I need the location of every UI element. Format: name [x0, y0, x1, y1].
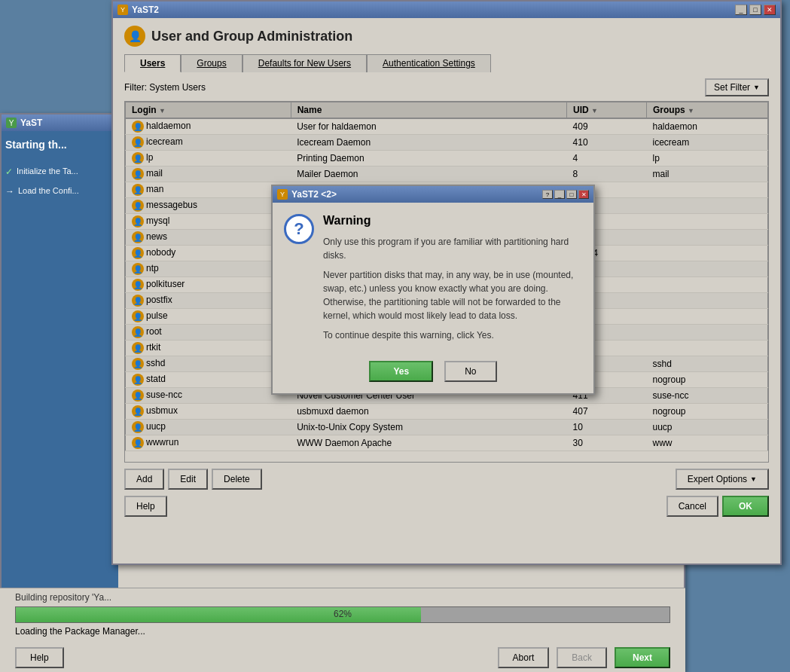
cell-login: 👤haldaemon — [126, 118, 291, 135]
cell-groups — [646, 325, 767, 341]
warning-window-title: YaST2 <2> — [291, 189, 542, 200]
bg-progress-text: 62% — [16, 609, 670, 619]
user-icon: 👤 — [132, 310, 144, 322]
cell-login: 👤news — [126, 230, 291, 246]
cell-name: usbmuxd daemon — [291, 404, 566, 420]
cell-groups: uucp — [646, 420, 767, 435]
user-icon: 👤 — [132, 342, 144, 354]
warning-minimize-btn[interactable]: _ — [554, 190, 565, 199]
sidebar-item-2: → Load the Confi... — [5, 186, 114, 197]
add-button[interactable]: Add — [124, 469, 164, 490]
cell-uid: 30 — [567, 435, 647, 451]
bg-help-button[interactable]: Help — [15, 647, 64, 668]
tab-auth[interactable]: Authentication Settings — [367, 54, 491, 72]
user-icon: 👤 — [132, 279, 144, 291]
set-filter-button[interactable]: Set Filter ▼ — [705, 78, 769, 96]
cell-login: 👤ntp — [126, 261, 291, 277]
cell-uid: 409 — [567, 118, 647, 135]
warning-help-btn[interactable]: ? — [542, 190, 553, 199]
cell-name: WWW Daemon Apache — [291, 435, 566, 451]
user-icon: 👤 — [132, 184, 144, 196]
user-icon: 👤 — [132, 231, 144, 243]
table-row[interactable]: 👤lpPrinting Daemon4lp — [126, 151, 768, 166]
cell-login: 👤nobody — [126, 246, 291, 261]
tab-users[interactable]: Users — [124, 54, 181, 72]
cell-login: 👤lp — [126, 151, 291, 166]
user-icon: 👤 — [132, 152, 144, 164]
cell-login: 👤rtkit — [126, 341, 291, 356]
cell-login: 👤usbmux — [126, 404, 291, 420]
cell-groups: sshd — [646, 356, 767, 372]
col-uid-sort-icon: ▼ — [591, 107, 598, 115]
user-icon: 👤 — [132, 136, 144, 148]
ok-button[interactable]: OK — [722, 496, 769, 517]
user-icon: 👤 — [132, 263, 144, 275]
cell-login: 👤polkituser — [126, 277, 291, 293]
table-row[interactable]: 👤icecreamIcecream Daemon410icecream — [126, 135, 768, 151]
page-icon: 👤 — [124, 26, 145, 47]
tab-groups[interactable]: Groups — [181, 54, 242, 72]
filter-bar: Filter: System Users Set Filter ▼ — [124, 78, 769, 96]
cell-login: 👤wwwrun — [126, 435, 291, 451]
cell-login: 👤mysql — [126, 214, 291, 230]
ok-cancel-area: Cancel OK — [666, 496, 769, 517]
main-minimize-btn[interactable]: _ — [735, 5, 747, 15]
arrow-icon: → — [5, 186, 14, 197]
user-icon: 👤 — [132, 421, 144, 433]
page-title: User and Group Administration — [151, 29, 352, 44]
cell-name: Unix-to-Unix Copy System — [291, 420, 566, 435]
warning-text-area: Warning Only use this program if you are… — [323, 214, 582, 342]
warning-window-icon: Y — [277, 189, 288, 200]
user-icon: 👤 — [132, 247, 144, 259]
user-icon: 👤 — [132, 121, 144, 133]
cell-uid: 4 — [567, 151, 647, 166]
table-row[interactable]: 👤uucpUnix-to-Unix Copy System10uucp — [126, 420, 768, 435]
set-filter-dropdown-arrow: ▼ — [753, 84, 760, 91]
bg-building-label: Building repository 'Ya... — [15, 592, 670, 603]
user-icon: 👤 — [132, 389, 144, 402]
user-icon: 👤 — [132, 326, 144, 338]
table-row[interactable]: 👤usbmuxusbmuxd daemon407nogroup — [126, 404, 768, 420]
cell-login: 👤messagebus — [126, 198, 291, 214]
bg-back-button[interactable]: Back — [557, 647, 607, 668]
cell-groups — [646, 309, 767, 325]
user-icon: 👤 — [132, 215, 144, 228]
cell-name: Printing Daemon — [291, 151, 566, 166]
bg-abort-button[interactable]: Abort — [498, 647, 550, 668]
user-icon: 👤 — [132, 168, 144, 180]
warning-body: Only use this program if you are familia… — [323, 235, 582, 342]
table-row[interactable]: 👤mailMailer Daemon8mail — [126, 166, 768, 182]
user-icon: 👤 — [132, 437, 144, 449]
bg-next-button[interactable]: Next — [615, 647, 670, 668]
cell-groups: icecream — [646, 135, 767, 151]
edit-button[interactable]: Edit — [168, 469, 208, 490]
cell-groups — [646, 246, 767, 261]
yes-button[interactable]: Yes — [369, 361, 433, 382]
main-maximize-btn[interactable]: □ — [749, 5, 761, 15]
cancel-button[interactable]: Cancel — [666, 496, 718, 517]
warning-titlebar-buttons: ? _ □ ✕ — [542, 190, 589, 199]
cell-login: 👤uucp — [126, 420, 291, 435]
cell-groups — [646, 277, 767, 293]
cell-uid: 410 — [567, 135, 647, 151]
cell-groups: www — [646, 435, 767, 451]
filter-label: Filter: System Users — [124, 82, 206, 93]
cell-login: 👤mail — [126, 166, 291, 182]
user-icon: 👤 — [132, 295, 144, 307]
bg-bottom-buttons: Help Abort Back Next — [0, 643, 685, 672]
cell-groups: haldaemon — [646, 118, 767, 135]
table-row[interactable]: 👤wwwrunWWW Daemon Apache30www — [126, 435, 768, 451]
warning-close-btn[interactable]: ✕ — [578, 190, 589, 199]
cell-groups — [646, 214, 767, 230]
col-login-sort-icon: ▼ — [159, 107, 166, 115]
expert-options-button[interactable]: Expert Options ▼ — [676, 469, 769, 490]
tab-defaults[interactable]: Defaults for New Users — [242, 54, 367, 72]
no-button[interactable]: No — [444, 361, 496, 382]
main-close-btn[interactable]: ✕ — [764, 5, 776, 15]
col-groups: Groups ▼ — [646, 102, 767, 119]
delete-button[interactable]: Delete — [212, 469, 262, 490]
warning-maximize-btn[interactable]: □ — [566, 190, 577, 199]
warning-dialog: Y YaST2 <2> ? _ □ ✕ ? Warning Only use t… — [271, 185, 595, 395]
help-button[interactable]: Help — [124, 496, 167, 517]
table-row[interactable]: 👤haldaemonUser for haldaemon409haldaemon — [126, 118, 768, 135]
